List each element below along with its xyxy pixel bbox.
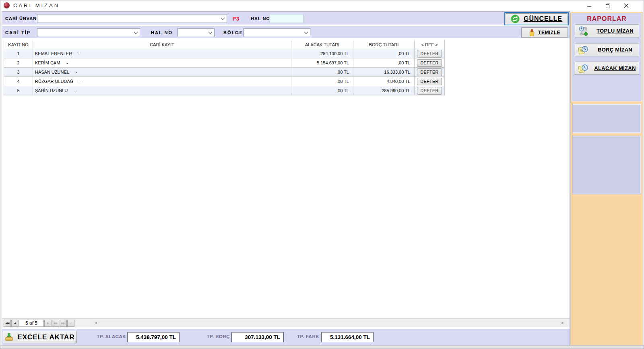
cell-def: DEFTER bbox=[415, 77, 445, 86]
alacak-mizan-button[interactable]: ALACAK MİZAN bbox=[575, 62, 639, 75]
next-page-button: ▶▶ bbox=[52, 320, 59, 327]
table-row[interactable]: 5 ŞAHİN UZUNLU- ,00 TL 285.960,00 TL DEF… bbox=[4, 86, 445, 95]
table-header-row: KAYIT NO CARİ KAYIT ALACAK TUTARI BORÇ T… bbox=[4, 40, 445, 49]
defter-button[interactable]: DEFTER bbox=[417, 78, 442, 85]
sidebar-empty-panel-1 bbox=[573, 104, 641, 133]
cell-alacak-tutari: ,00 TL bbox=[291, 77, 353, 86]
totals-bar: EXCELE AKTAR TP. ALACAK 5.438.797,00 TL … bbox=[2, 328, 570, 345]
last-record-button: ▶▶| bbox=[60, 320, 67, 327]
table-row[interactable]: 2 KERİM ÇAM- 5.154.697,00 TL ,00 TL DEFT… bbox=[4, 58, 445, 68]
cell-borc-tutari: 285.960,00 TL bbox=[353, 86, 415, 95]
hal-no-combobox[interactable] bbox=[178, 28, 215, 37]
guncelle-label: GÜNCELLE bbox=[524, 15, 562, 23]
cell-alacak-tutari: 284.100,00 TL bbox=[291, 49, 353, 58]
f3-hint: F3 bbox=[233, 16, 239, 22]
cell-cari-kayit: RÜZGAR ULUDAĞ- bbox=[33, 77, 291, 86]
cell-alacak-tutari: ,00 TL bbox=[291, 86, 353, 95]
cell-cari-kayit: ŞAHİN UZUNLU- bbox=[33, 86, 291, 95]
borc-mizan-button[interactable]: BORÇ MİZAN bbox=[575, 43, 639, 56]
excel-export-button[interactable]: EXCELE AKTAR bbox=[3, 331, 77, 343]
guncelle-button[interactable]: GÜNCELLE bbox=[506, 13, 568, 24]
hal-no-input[interactable] bbox=[269, 14, 303, 23]
pagination-bar: ◀◀◀5 of 5▶▶▶▶▶|✓ ◂ ▸ bbox=[2, 318, 570, 327]
report-clock-icon bbox=[578, 63, 589, 74]
cell-borc-tutari: ,00 TL bbox=[353, 49, 415, 58]
column-header-cari-kayit: CARİ KAYIT bbox=[33, 40, 291, 49]
first-record-button[interactable]: ◀◀ bbox=[4, 320, 11, 327]
cell-def: DEFTER bbox=[415, 68, 445, 77]
tp-alacak-label: TP. ALACAK bbox=[84, 334, 126, 339]
excel-export-label: EXCELE AKTAR bbox=[17, 333, 74, 341]
cell-kayit-no: 2 bbox=[4, 58, 33, 68]
bolge-label: BÖLGE bbox=[223, 30, 243, 35]
window-controls bbox=[580, 0, 636, 11]
defter-button[interactable]: DEFTER bbox=[417, 68, 442, 76]
temizle-button[interactable]: TEMİZLE bbox=[521, 27, 568, 38]
defter-button[interactable]: DEFTER bbox=[417, 87, 442, 95]
cari-unvani-combobox[interactable] bbox=[37, 14, 227, 23]
table-row[interactable]: 1 KEMAL ERENLER- 284.100,00 TL ,00 TL DE… bbox=[4, 49, 445, 58]
confirm-button: ✓ bbox=[67, 320, 74, 327]
cell-borc-tutari: 16.333,00 TL bbox=[353, 68, 415, 77]
brush-icon bbox=[529, 29, 535, 37]
cell-def: DEFTER bbox=[415, 86, 445, 95]
cell-kayit-no: 4 bbox=[4, 77, 33, 86]
column-header-borc-tutari: BORÇ TUTARI bbox=[353, 40, 415, 49]
data-grid: KAYIT NO CARİ KAYIT ALACAK TUTARI BORÇ T… bbox=[2, 39, 570, 318]
tp-borc-value: 307.133,00 TL bbox=[231, 332, 284, 342]
record-position: 5 of 5 bbox=[19, 320, 44, 327]
guncelle-focus-ring: GÜNCELLE bbox=[504, 12, 569, 25]
chevron-down-icon bbox=[208, 31, 213, 34]
table-rows: 1 KEMAL ERENLER- 284.100,00 TL ,00 TL DE… bbox=[4, 49, 445, 95]
cell-cari-kayit: HASAN UZUNEL- bbox=[33, 68, 291, 77]
next-record-button: ▶ bbox=[44, 320, 52, 327]
raporlar-title: RAPORLAR bbox=[572, 15, 642, 23]
reports-sidebar: RAPORLAR TOPLU MİZAN bbox=[570, 12, 643, 345]
cell-def: DEFTER bbox=[415, 58, 445, 68]
borc-mizan-label: BORÇ MİZAN bbox=[591, 47, 639, 53]
bolge-combobox[interactable] bbox=[244, 28, 310, 37]
tp-fark-value: 5.131.664,00 TL bbox=[321, 332, 374, 342]
close-button[interactable] bbox=[617, 0, 636, 11]
chevron-down-icon bbox=[304, 31, 308, 34]
scroll-right-icon[interactable]: ▸ bbox=[561, 320, 564, 325]
report-add-icon bbox=[578, 25, 589, 37]
cari-tip-label: CARİ TİP bbox=[5, 30, 31, 35]
cell-cari-kayit: KEMAL ERENLER- bbox=[33, 49, 291, 58]
cell-borc-tutari: 4.840,00 TL bbox=[353, 77, 415, 86]
excel-export-icon bbox=[5, 333, 13, 341]
toplu-mizan-button[interactable]: TOPLU MİZAN bbox=[575, 24, 639, 37]
chevron-down-icon bbox=[221, 17, 225, 20]
hal-no-label: HAL NO bbox=[251, 16, 270, 21]
hal-no-filter-label: HAL NO bbox=[151, 30, 173, 35]
cell-cari-kayit: KERİM ÇAM- bbox=[33, 58, 291, 68]
sidebar-empty-panel-2 bbox=[573, 136, 641, 194]
defter-button[interactable]: DEFTER bbox=[417, 59, 442, 67]
cell-def: DEFTER bbox=[415, 49, 445, 58]
close-icon bbox=[624, 3, 629, 8]
restore-icon bbox=[605, 3, 611, 8]
cell-borc-tutari: ,00 TL bbox=[353, 58, 415, 68]
cari-tip-combobox[interactable] bbox=[37, 28, 140, 37]
table-row[interactable]: 4 RÜZGAR ULUDAĞ- ,00 TL 4.840,00 TL DEFT… bbox=[4, 77, 445, 86]
alacak-mizan-label: ALACAK MİZAN bbox=[591, 65, 639, 71]
maximize-button[interactable] bbox=[599, 0, 617, 11]
report-clock-icon bbox=[578, 44, 589, 56]
scroll-left-icon[interactable]: ◂ bbox=[95, 320, 97, 325]
window-bottom-edge bbox=[0, 345, 644, 349]
refresh-icon bbox=[511, 14, 520, 23]
minimize-icon bbox=[587, 3, 592, 8]
horizontal-scrollbar[interactable]: ◂ ▸ bbox=[91, 320, 567, 327]
cell-kayit-no: 5 bbox=[4, 86, 33, 95]
toplu-mizan-label: TOPLU MİZAN bbox=[591, 28, 639, 34]
minimize-button[interactable] bbox=[580, 0, 599, 11]
table-row[interactable]: 3 HASAN UZUNEL- ,00 TL 16.333,00 TL DEFT… bbox=[4, 68, 445, 77]
chevron-down-icon bbox=[134, 31, 138, 34]
temizle-label: TEMİZLE bbox=[538, 30, 560, 35]
prior-record-button[interactable]: ◀ bbox=[11, 320, 19, 327]
raporlar-panel: RAPORLAR TOPLU MİZAN bbox=[572, 13, 642, 101]
cell-kayit-no: 3 bbox=[4, 68, 33, 77]
tp-borc-label: TP. BORÇ bbox=[188, 334, 230, 339]
defter-button[interactable]: DEFTER bbox=[417, 50, 442, 58]
title-bar: CARİ MİZAN bbox=[0, 0, 644, 11]
